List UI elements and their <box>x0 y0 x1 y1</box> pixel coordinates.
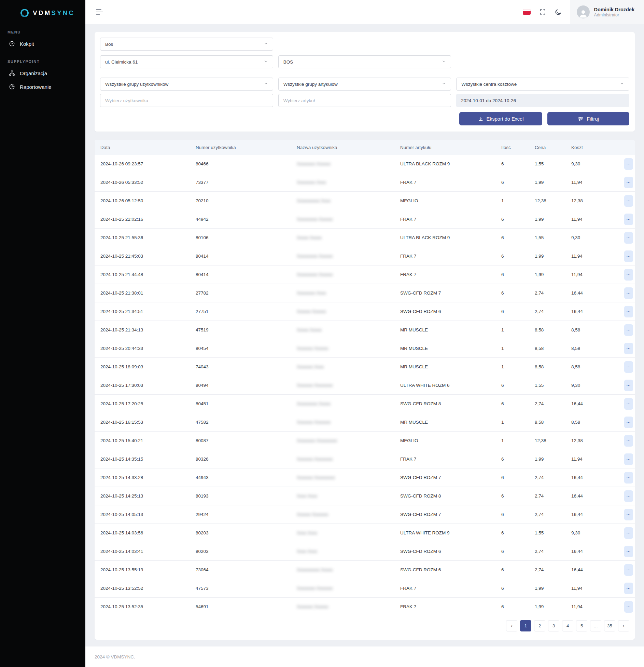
filter-button[interactable]: Filtruj <box>547 112 629 125</box>
poland-flag-icon[interactable] <box>523 9 531 15</box>
cell-price: 2,74 <box>535 290 571 296</box>
row-actions-button[interactable]: ··· <box>624 361 633 373</box>
sidebar-item-kokpit[interactable]: Kokpit <box>0 37 85 51</box>
row-actions-button[interactable]: ··· <box>624 324 633 336</box>
cell-quantity: 6 <box>501 180 535 185</box>
transactions-table: Data Numer użytkownika Nazwa użytkownika… <box>95 140 635 640</box>
next-page-button[interactable]: › <box>618 620 629 631</box>
article-search-input[interactable] <box>278 94 451 107</box>
cell-price: 1,99 <box>535 604 571 609</box>
row-actions-button[interactable]: ··· <box>624 564 633 576</box>
row-actions-button[interactable]: ··· <box>624 269 633 281</box>
cell-date: 2024-10-25 20:44:33 <box>100 346 196 351</box>
cell-user-name-redacted: Xxxxxx Xxxxxx <box>297 309 326 314</box>
user-groups-select[interactable]: Wszystkie grupy użytkowników <box>100 78 273 91</box>
page-4-button[interactable]: 4 <box>562 620 573 631</box>
cell-user-number: 73377 <box>196 180 297 185</box>
cell-cost: 11,94 <box>571 254 624 259</box>
row-actions-button[interactable]: ··· <box>624 435 633 447</box>
cell-cost: 11,94 <box>571 457 624 462</box>
company-select[interactable]: Bos <box>100 38 273 51</box>
fullscreen-icon[interactable] <box>539 9 546 15</box>
cell-date: 2024-10-25 17:20:25 <box>100 401 196 406</box>
page-5-button[interactable]: 5 <box>576 620 587 631</box>
sidebar-item-organizacja[interactable]: Organizacja <box>0 66 85 80</box>
cell-quantity: 6 <box>501 401 535 406</box>
row-actions-button[interactable]: ··· <box>624 250 633 262</box>
column-header-price: Cena <box>535 145 571 150</box>
row-actions-button[interactable]: ··· <box>624 527 633 539</box>
page-1-button[interactable]: 1 <box>520 620 531 631</box>
row-actions-button[interactable]: ··· <box>624 158 633 170</box>
sidebar-item-raportowanie[interactable]: Raportowanie <box>0 80 85 94</box>
row-actions-button[interactable]: ··· <box>624 509 633 520</box>
cell-user-number: 47519 <box>196 327 297 332</box>
row-actions-button[interactable]: ··· <box>624 380 633 391</box>
cell-cost: 11,94 <box>571 604 624 609</box>
cell-user-name-redacted: Xxxx Xxxx <box>297 530 317 535</box>
cell-user-number: 80203 <box>196 530 297 535</box>
row-actions-button[interactable]: ··· <box>624 177 633 188</box>
cell-date: 2024-10-25 22:02:16 <box>100 217 196 222</box>
page-35-button[interactable]: 35 <box>604 620 615 631</box>
cell-price: 1,99 <box>535 272 571 277</box>
cell-user-name-redacted: Xxxx Xxxx <box>297 493 317 499</box>
supply-point-select[interactable]: BOS <box>278 55 451 68</box>
download-icon <box>478 116 484 122</box>
row-actions-button[interactable]: ··· <box>624 453 633 465</box>
cell-article: FRAK 7 <box>400 586 501 591</box>
cell-user-name-redacted: Xxxxxxx Xxxx <box>297 364 324 369</box>
cell-price: 12,38 <box>535 438 571 443</box>
user-role: Administrator <box>594 13 634 17</box>
cell-user-number: 80466 <box>196 161 297 166</box>
row-actions-button[interactable]: ··· <box>624 214 633 225</box>
row-actions-button[interactable]: ··· <box>624 472 633 484</box>
row-actions-button[interactable]: ··· <box>624 398 633 410</box>
row-actions-button[interactable]: ··· <box>624 287 633 299</box>
row-actions-button[interactable]: ··· <box>624 232 633 244</box>
cell-cost: 9,30 <box>571 383 624 388</box>
prev-page-button[interactable]: ‹ <box>506 620 517 631</box>
row-actions-button[interactable]: ··· <box>624 343 633 354</box>
address-select[interactable]: ul. Cielmicka 61 <box>100 55 273 68</box>
cell-user-name-redacted: Xxxxxxx Xxxxxxxx <box>297 383 333 388</box>
cell-user-number: 54691 <box>196 604 297 609</box>
page-2-button[interactable]: 2 <box>534 620 545 631</box>
row-actions-button[interactable]: ··· <box>624 195 633 207</box>
row-actions-button[interactable]: ··· <box>624 490 633 502</box>
row-actions-button[interactable]: ··· <box>624 601 633 613</box>
pages-ellipsis[interactable]: … <box>590 620 601 631</box>
cell-user-name-redacted: Xxxxxxx Xxxxxxxx <box>297 457 333 462</box>
row-actions-button[interactable]: ··· <box>624 417 633 428</box>
cell-user-number: 29424 <box>196 512 297 517</box>
row-actions-button[interactable]: ··· <box>624 546 633 557</box>
sidebar-section-menu: MENU <box>0 30 85 34</box>
cell-price: 8,58 <box>535 420 571 425</box>
cell-article: MR MUSCLE <box>400 327 501 332</box>
menu-toggle-button[interactable] <box>96 9 103 15</box>
table-body: 2024-10-26 09:23:57 80466 Xxxxxxxx Xxxxx… <box>95 155 635 616</box>
cell-quantity: 6 <box>501 235 535 240</box>
row-actions-button[interactable]: ··· <box>624 306 633 317</box>
user-search-input[interactable] <box>100 94 273 107</box>
table-row: 2024-10-25 20:44:33 80454 Xxxxxxx Xxxxxx… <box>95 339 635 358</box>
app-logo[interactable]: VDMSYNC <box>0 0 85 21</box>
cell-article: SWG-CFD ROZM 6 <box>400 567 501 572</box>
cost-centers-select[interactable]: Wszystkie centra kosztowe <box>456 78 629 91</box>
cell-cost: 11,94 <box>571 217 624 222</box>
article-groups-select[interactable]: Wszystkie grupy artykułów <box>278 78 451 91</box>
cell-date: 2024-10-26 05:12:50 <box>100 198 196 203</box>
row-actions-button[interactable]: ··· <box>624 583 633 594</box>
cell-quantity: 6 <box>501 530 535 535</box>
cell-cost: 11,94 <box>571 272 624 277</box>
page-3-button[interactable]: 3 <box>548 620 559 631</box>
page-footer: 2024 © VDMSYNC. <box>85 646 644 667</box>
cell-price: 2,74 <box>535 549 571 554</box>
date-range-input[interactable]: 2024-10-01 do 2024-10-26 <box>456 94 629 107</box>
cell-price: 1,99 <box>535 457 571 462</box>
user-menu[interactable]: Dominik Drozdek Administrator <box>570 0 644 24</box>
dark-mode-moon-icon[interactable] <box>555 9 562 16</box>
cell-quantity: 6 <box>501 567 535 572</box>
cell-quantity: 6 <box>501 493 535 499</box>
export-excel-button[interactable]: Eksport do Excel <box>459 112 542 125</box>
